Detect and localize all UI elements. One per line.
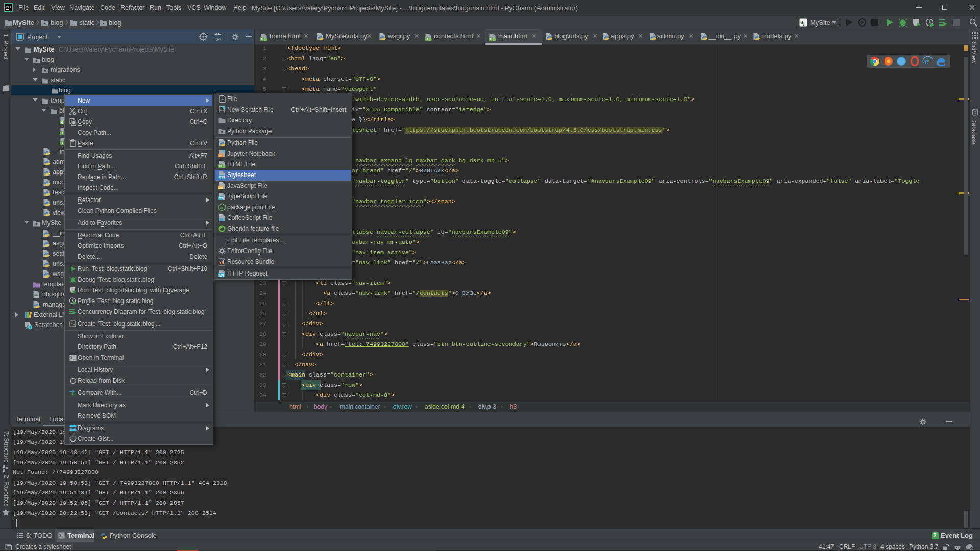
svg-text:H: H [61, 131, 63, 135]
svg-text:H: H [490, 37, 493, 41]
svg-text:CSS: CSS [219, 176, 225, 179]
svg-text:TS: TS [219, 197, 223, 200]
svg-text:H: H [61, 121, 63, 124]
svg-text:js: js [220, 206, 224, 209]
svg-text:H: H [261, 37, 264, 41]
svg-text:H: H [61, 141, 63, 145]
svg-text:dj: dj [801, 20, 805, 26]
svg-text:H: H [219, 164, 222, 168]
svg-text:API: API [219, 274, 224, 277]
svg-text:H: H [426, 37, 428, 41]
svg-text:IP: IP [219, 154, 222, 157]
svg-text:JS: JS [219, 186, 223, 189]
svg-text:e: e [925, 56, 929, 66]
